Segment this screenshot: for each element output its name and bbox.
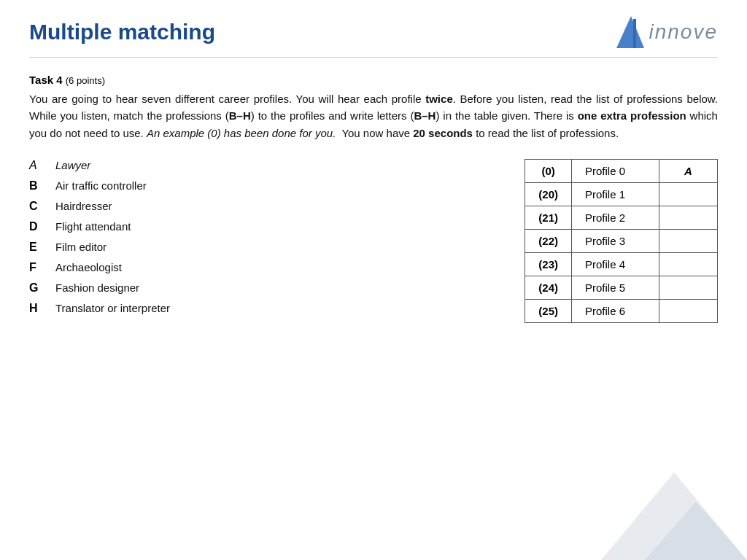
task-label: Task 4 (6 points) bbox=[29, 74, 718, 86]
list-item: H Translator or interpreter bbox=[29, 302, 495, 315]
profile-number-0: (0) bbox=[525, 159, 572, 182]
answer-5 bbox=[659, 276, 718, 299]
profession-name-b: Air traffic controller bbox=[55, 179, 147, 192]
table-row: (22) Profile 3 bbox=[525, 229, 718, 252]
profile-number-22: (22) bbox=[525, 229, 572, 252]
profession-letter-b: B bbox=[29, 179, 55, 192]
profile-label-6: Profile 6 bbox=[572, 299, 659, 322]
list-item: C Hairdresser bbox=[29, 200, 495, 213]
table-row: (25) Profile 6 bbox=[525, 299, 718, 322]
logo-icon bbox=[616, 16, 644, 48]
answer-0: A bbox=[659, 159, 718, 182]
profession-name-a: Lawyer bbox=[55, 159, 90, 171]
header: Multiple matching innove bbox=[29, 0, 718, 58]
task-number: Task 4 bbox=[29, 74, 63, 86]
profile-label-5: Profile 5 bbox=[572, 276, 659, 299]
profile-label-2: Profile 2 bbox=[572, 206, 659, 229]
profession-name-d: Flight attendant bbox=[55, 220, 131, 233]
profile-number-20: (20) bbox=[525, 182, 572, 206]
table-row: (0) Profile 0 A bbox=[525, 159, 718, 182]
profile-label-0: Profile 0 bbox=[572, 159, 659, 182]
list-item: E Film editor bbox=[29, 241, 495, 254]
table-row: (23) Profile 4 bbox=[525, 252, 718, 276]
background-decoration bbox=[601, 458, 747, 560]
profession-name-c: Hairdresser bbox=[55, 200, 112, 212]
svg-marker-3 bbox=[645, 502, 747, 560]
svg-marker-0 bbox=[616, 16, 644, 48]
list-item: F Archaeologist bbox=[29, 261, 495, 274]
profiles-table: (0) Profile 0 A (20) Profile 1 (21) Prof… bbox=[525, 159, 718, 323]
profession-letter-e: E bbox=[29, 241, 55, 254]
svg-marker-2 bbox=[601, 472, 747, 560]
profile-label-1: Profile 1 bbox=[572, 182, 659, 206]
table-row: (21) Profile 2 bbox=[525, 206, 718, 229]
content-area: A Lawyer B Air traffic controller C Hair… bbox=[29, 159, 718, 323]
table-row: (24) Profile 5 bbox=[525, 276, 718, 299]
list-item: G Fashion designer bbox=[29, 281, 495, 295]
list-item: B Air traffic controller bbox=[29, 179, 495, 192]
page: Multiple matching innove Task 4 (6 point… bbox=[0, 0, 747, 560]
profession-name-f: Archaeologist bbox=[55, 261, 122, 273]
profile-number-24: (24) bbox=[525, 276, 572, 299]
profile-number-23: (23) bbox=[525, 252, 572, 276]
profession-letter-h: H bbox=[29, 302, 55, 315]
list-item: D Flight attendant bbox=[29, 220, 495, 233]
profession-name-e: Film editor bbox=[55, 241, 107, 253]
list-item: A Lawyer bbox=[29, 159, 495, 172]
answer-2 bbox=[659, 206, 718, 229]
professions-list: A Lawyer B Air traffic controller C Hair… bbox=[29, 159, 495, 323]
answer-4 bbox=[659, 252, 718, 276]
profession-name-h: Translator or interpreter bbox=[55, 302, 170, 314]
page-title: Multiple matching bbox=[29, 20, 215, 44]
profession-name-g: Fashion designer bbox=[55, 281, 139, 294]
profession-letter-a: A bbox=[29, 159, 55, 172]
profile-label-3: Profile 3 bbox=[572, 229, 659, 252]
profession-letter-g: G bbox=[29, 281, 55, 295]
profession-letter-f: F bbox=[29, 261, 55, 274]
task-section: Task 4 (6 points) You are going to hear … bbox=[29, 74, 718, 141]
answer-6 bbox=[659, 299, 718, 322]
answer-3 bbox=[659, 229, 718, 252]
task-description: You are going to hear seven different ca… bbox=[29, 90, 718, 141]
profession-letter-c: C bbox=[29, 200, 55, 213]
answer-1 bbox=[659, 182, 718, 206]
profile-label-4: Profile 4 bbox=[572, 252, 659, 276]
logo: innove bbox=[616, 16, 718, 48]
profession-letter-d: D bbox=[29, 220, 55, 233]
logo-text: innove bbox=[649, 20, 718, 44]
matching-table: (0) Profile 0 A (20) Profile 1 (21) Prof… bbox=[525, 159, 718, 323]
profile-number-25: (25) bbox=[525, 299, 572, 322]
profile-number-21: (21) bbox=[525, 206, 572, 229]
task-points: (6 points) bbox=[66, 75, 105, 86]
table-row: (20) Profile 1 bbox=[525, 182, 718, 206]
